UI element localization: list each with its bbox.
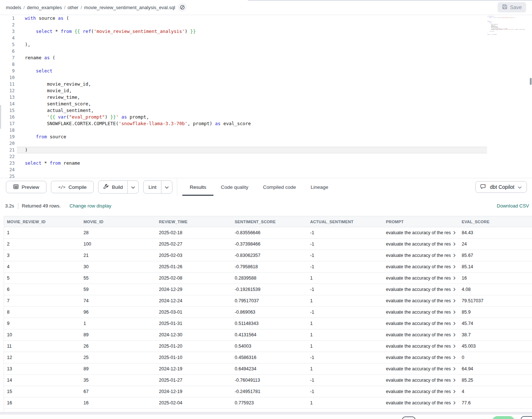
code-line[interactable]: 12 movie_id, <box>0 87 532 94</box>
code-line[interactable]: 17 SNOWFLAKE.CORTEX.COMPLETE('snowflake-… <box>0 120 532 127</box>
tab-results[interactable]: Results <box>182 178 213 196</box>
expand-cell-chevron-icon[interactable] <box>453 390 456 393</box>
expand-cell-chevron-icon[interactable] <box>453 378 456 382</box>
expand-cell-chevron-icon[interactable] <box>453 367 456 371</box>
compile-button[interactable]: </> Compile <box>51 181 94 193</box>
expand-cell-chevron-icon[interactable] <box>453 254 456 257</box>
code-token: ), <box>25 42 30 47</box>
expand-cell-chevron-icon[interactable] <box>453 265 456 269</box>
code-token: 'movie_review_sentiment_analysis' <box>94 29 185 34</box>
code-line[interactable]: 22 <box>0 153 532 160</box>
cell-movie_review_id: 13 <box>4 363 81 374</box>
code-line[interactable]: 15 actual_sentiment, <box>0 107 532 114</box>
code-token: as <box>215 121 220 126</box>
code-line[interactable]: 11 movie_review_id, <box>0 81 532 87</box>
code-line[interactable]: 25 <box>0 173 532 178</box>
tab-lineage[interactable]: Lineage <box>303 178 335 196</box>
code-token: ' <box>47 114 50 120</box>
code-line[interactable]: 8 <box>0 61 532 68</box>
breadcrumb-segment[interactable]: movie_review_sentiment_analysis_eval.sql <box>84 5 175 10</box>
expand-cell-chevron-icon[interactable] <box>453 322 456 325</box>
expand-cell-chevron-icon[interactable] <box>453 333 456 337</box>
expand-cell-chevron-icon[interactable] <box>453 310 456 314</box>
bottom-partial-button[interactable] <box>521 416 532 419</box>
code-line[interactable]: 7rename as ( <box>0 55 532 61</box>
code-line[interactable]: 6 <box>0 48 532 55</box>
lint-dropdown-toggle[interactable] <box>161 181 172 193</box>
code-line[interactable]: 24 <box>0 167 532 173</box>
change-row-display-link[interactable]: Change row display <box>70 203 111 209</box>
breadcrumb-separator: / <box>81 5 82 10</box>
code-line[interactable]: 16 '{{ var("eval_prompt") }}' as prompt, <box>0 114 532 120</box>
cell-eval_score: 79.517037 <box>459 295 532 306</box>
save-button[interactable]: Save <box>498 2 526 12</box>
expand-cell-chevron-icon[interactable] <box>453 276 456 280</box>
code-line[interactable]: 2 <box>0 22 532 28</box>
code-token <box>25 68 36 74</box>
column-header[interactable]: SENTIMENT_SCORE <box>232 216 307 227</box>
expand-cell-chevron-icon[interactable] <box>453 356 456 359</box>
column-header[interactable]: ACTUAL_SENTIMENT <box>307 216 383 227</box>
expand-cell-chevron-icon[interactable] <box>453 288 456 291</box>
dbt-copilot-button[interactable]: dbt Copilot <box>475 181 527 193</box>
code-token: source <box>491 31 494 31</box>
editor-scrollbar-thumb[interactable] <box>530 78 532 85</box>
code-line[interactable]: 14 sentiment_score, <box>0 101 532 107</box>
tab-compiled-code[interactable]: Compiled code <box>256 178 303 196</box>
bottom-partial-button[interactable] <box>402 416 416 419</box>
cell-prompt: evaluate the accuracy of the res… <box>383 329 459 340</box>
code-line[interactable]: 9 select <box>0 68 532 74</box>
code-editor[interactable]: 1with source as (23 select * from {{ ref… <box>0 15 532 178</box>
code-line[interactable]: 10 <box>0 74 532 81</box>
download-csv-link[interactable]: Download CSV <box>497 203 529 209</box>
breadcrumb-segment[interactable]: other <box>68 5 79 10</box>
column-header[interactable]: MOVIE_REVIEW_ID <box>4 216 81 227</box>
code-line[interactable]: 20 <box>0 140 532 147</box>
expand-cell-chevron-icon[interactable] <box>453 344 456 348</box>
build-button[interactable]: Build <box>98 181 127 193</box>
code-line[interactable]: 3 select * from {{ ref('movie_review_sen… <box>0 28 532 35</box>
code-line[interactable]: 23select * from rename <box>0 160 532 167</box>
cell-actual_sentiment: 1 <box>307 273 383 284</box>
code-token: as <box>44 55 50 60</box>
code-line[interactable]: 13 review_time, <box>0 94 532 101</box>
build-dropdown-toggle[interactable] <box>127 181 138 193</box>
expand-cell-chevron-icon[interactable] <box>453 231 456 235</box>
cell-sentiment_score: 0.51148343 <box>232 318 307 329</box>
code-line[interactable]: 21) <box>0 147 532 153</box>
prompt-text: evaluate the accuracy of the res… <box>386 242 451 247</box>
code-token: }} <box>110 114 116 120</box>
tab-code-quality[interactable]: Code quality <box>213 178 256 196</box>
cell-movie_id: 59 <box>81 284 156 295</box>
breadcrumb-segment[interactable]: models <box>6 5 21 10</box>
code-line[interactable]: 18 <box>0 127 532 134</box>
column-header[interactable]: PROMPT <box>383 216 459 227</box>
bottom-bar <box>0 415 532 419</box>
expand-cell-chevron-icon[interactable] <box>453 242 456 246</box>
expand-cell-chevron-icon[interactable] <box>453 401 456 405</box>
cell-eval_score: 0 <box>459 352 532 363</box>
prompt-text: evaluate the accuracy of the res… <box>386 366 451 371</box>
preview-button[interactable]: Preview <box>6 181 46 193</box>
bottom-partial-green-pill[interactable] <box>492 416 515 419</box>
lint-button[interactable]: Lint <box>144 181 161 193</box>
code-text: movie_review_id, <box>25 81 91 87</box>
column-header[interactable]: MOVIE_ID <box>81 216 156 227</box>
breadcrumb-segment[interactable]: demo_examples <box>27 5 62 10</box>
code-token: }} <box>190 29 196 34</box>
code-token: ), <box>487 19 488 20</box>
code-line[interactable]: 1with source as ( <box>0 15 532 22</box>
code-line[interactable]: 4 <box>0 35 532 41</box>
breadcrumb[interactable]: models/demo_examples/other/movie_review_… <box>6 5 175 10</box>
column-header[interactable]: REVIEW_TIME <box>156 216 232 227</box>
code-line[interactable]: 5), <box>0 41 532 48</box>
compile-label: Compile <box>68 184 87 190</box>
column-header[interactable]: EVAL_SCORE <box>459 216 532 227</box>
cell-movie_review_id: 10 <box>4 329 81 340</box>
code-line[interactable]: 19 from source <box>0 134 532 140</box>
file-status-icon[interactable] <box>178 3 187 12</box>
editor-minimap[interactable]: with source as ( select * from {{ ref('m… <box>487 16 530 39</box>
expand-cell-chevron-icon[interactable] <box>453 299 456 303</box>
cell-eval_score: 64.94 <box>459 363 532 374</box>
results-table: MOVIE_REVIEW_IDMOVIE_IDREVIEW_TIMESENTIM… <box>4 216 532 419</box>
